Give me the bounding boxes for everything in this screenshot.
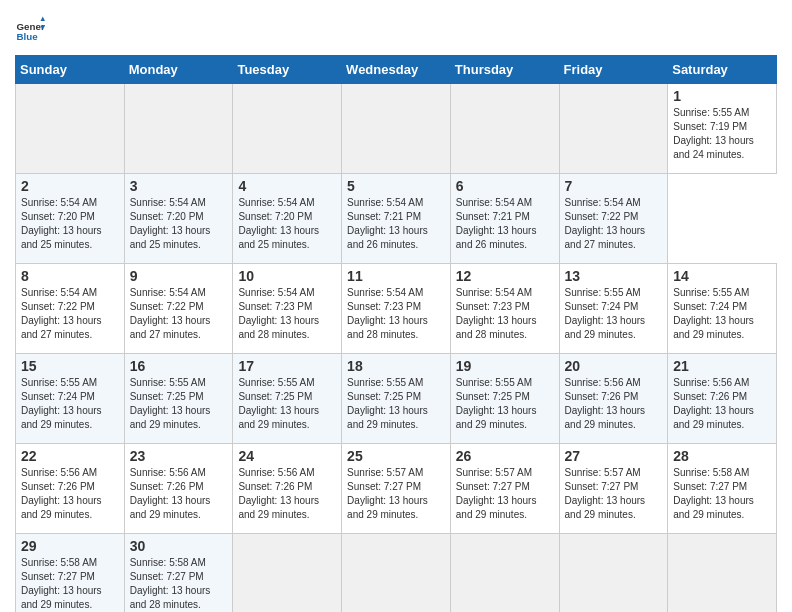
day-info: Sunrise: 5:57 AMSunset: 7:27 PMDaylight:… [565,466,663,522]
calendar-cell [450,534,559,613]
day-number: 17 [238,358,336,374]
calendar-cell: 9Sunrise: 5:54 AMSunset: 7:22 PMDaylight… [124,264,233,354]
day-number: 19 [456,358,554,374]
calendar-cell: 26Sunrise: 5:57 AMSunset: 7:27 PMDayligh… [450,444,559,534]
day-info: Sunrise: 5:55 AMSunset: 7:19 PMDaylight:… [673,106,771,162]
calendar-cell: 3Sunrise: 5:54 AMSunset: 7:20 PMDaylight… [124,174,233,264]
day-number: 16 [130,358,228,374]
weekday-header-sunday: Sunday [16,56,125,84]
calendar-cell [450,84,559,174]
calendar-cell: 21Sunrise: 5:56 AMSunset: 7:26 PMDayligh… [668,354,777,444]
day-info: Sunrise: 5:54 AMSunset: 7:22 PMDaylight:… [565,196,663,252]
day-info: Sunrise: 5:54 AMSunset: 7:21 PMDaylight:… [347,196,445,252]
day-number: 7 [565,178,663,194]
day-number: 11 [347,268,445,284]
day-info: Sunrise: 5:58 AMSunset: 7:27 PMDaylight:… [21,556,119,612]
day-info: Sunrise: 5:55 AMSunset: 7:25 PMDaylight:… [238,376,336,432]
calendar-cell: 1Sunrise: 5:55 AMSunset: 7:19 PMDaylight… [668,84,777,174]
calendar-week-6: 29Sunrise: 5:58 AMSunset: 7:27 PMDayligh… [16,534,777,613]
day-number: 12 [456,268,554,284]
day-number: 29 [21,538,119,554]
day-info: Sunrise: 5:54 AMSunset: 7:20 PMDaylight:… [238,196,336,252]
calendar-cell [559,534,668,613]
weekday-header-saturday: Saturday [668,56,777,84]
calendar-week-2: 2Sunrise: 5:54 AMSunset: 7:20 PMDaylight… [16,174,777,264]
day-info: Sunrise: 5:56 AMSunset: 7:26 PMDaylight:… [21,466,119,522]
weekday-header-wednesday: Wednesday [342,56,451,84]
day-number: 4 [238,178,336,194]
day-info: Sunrise: 5:56 AMSunset: 7:26 PMDaylight:… [130,466,228,522]
calendar-cell: 29Sunrise: 5:58 AMSunset: 7:27 PMDayligh… [16,534,125,613]
day-info: Sunrise: 5:57 AMSunset: 7:27 PMDaylight:… [347,466,445,522]
calendar-cell: 30Sunrise: 5:58 AMSunset: 7:27 PMDayligh… [124,534,233,613]
day-number: 27 [565,448,663,464]
calendar-cell [668,534,777,613]
day-number: 21 [673,358,771,374]
day-info: Sunrise: 5:58 AMSunset: 7:27 PMDaylight:… [673,466,771,522]
day-number: 28 [673,448,771,464]
header-row: SundayMondayTuesdayWednesdayThursdayFrid… [16,56,777,84]
day-number: 18 [347,358,445,374]
calendar-header: SundayMondayTuesdayWednesdayThursdayFrid… [16,56,777,84]
day-number: 3 [130,178,228,194]
day-number: 1 [673,88,771,104]
svg-text:Blue: Blue [17,31,39,42]
calendar-body: 1Sunrise: 5:55 AMSunset: 7:19 PMDaylight… [16,84,777,613]
day-number: 26 [456,448,554,464]
calendar-cell [16,84,125,174]
day-number: 20 [565,358,663,374]
calendar-cell: 28Sunrise: 5:58 AMSunset: 7:27 PMDayligh… [668,444,777,534]
calendar-cell: 5Sunrise: 5:54 AMSunset: 7:21 PMDaylight… [342,174,451,264]
day-info: Sunrise: 5:55 AMSunset: 7:25 PMDaylight:… [456,376,554,432]
calendar-cell: 15Sunrise: 5:55 AMSunset: 7:24 PMDayligh… [16,354,125,444]
day-info: Sunrise: 5:55 AMSunset: 7:24 PMDaylight:… [21,376,119,432]
weekday-header-friday: Friday [559,56,668,84]
day-info: Sunrise: 5:54 AMSunset: 7:22 PMDaylight:… [130,286,228,342]
calendar-cell: 27Sunrise: 5:57 AMSunset: 7:27 PMDayligh… [559,444,668,534]
calendar-cell: 17Sunrise: 5:55 AMSunset: 7:25 PMDayligh… [233,354,342,444]
calendar-week-3: 8Sunrise: 5:54 AMSunset: 7:22 PMDaylight… [16,264,777,354]
day-number: 14 [673,268,771,284]
day-number: 5 [347,178,445,194]
day-info: Sunrise: 5:55 AMSunset: 7:25 PMDaylight:… [130,376,228,432]
calendar-cell: 18Sunrise: 5:55 AMSunset: 7:25 PMDayligh… [342,354,451,444]
weekday-header-tuesday: Tuesday [233,56,342,84]
day-number: 10 [238,268,336,284]
day-info: Sunrise: 5:54 AMSunset: 7:23 PMDaylight:… [347,286,445,342]
calendar-cell: 2Sunrise: 5:54 AMSunset: 7:20 PMDaylight… [16,174,125,264]
calendar-cell: 25Sunrise: 5:57 AMSunset: 7:27 PMDayligh… [342,444,451,534]
calendar-cell [342,84,451,174]
day-number: 22 [21,448,119,464]
logo: General Blue [15,15,45,45]
day-info: Sunrise: 5:57 AMSunset: 7:27 PMDaylight:… [456,466,554,522]
day-info: Sunrise: 5:54 AMSunset: 7:20 PMDaylight:… [130,196,228,252]
day-number: 15 [21,358,119,374]
calendar-cell: 22Sunrise: 5:56 AMSunset: 7:26 PMDayligh… [16,444,125,534]
calendar-cell: 12Sunrise: 5:54 AMSunset: 7:23 PMDayligh… [450,264,559,354]
calendar-cell [342,534,451,613]
weekday-header-monday: Monday [124,56,233,84]
day-number: 30 [130,538,228,554]
svg-marker-2 [41,17,46,22]
calendar-cell: 6Sunrise: 5:54 AMSunset: 7:21 PMDaylight… [450,174,559,264]
calendar-cell [233,84,342,174]
day-info: Sunrise: 5:55 AMSunset: 7:24 PMDaylight:… [673,286,771,342]
logo-icon: General Blue [15,15,45,45]
calendar-week-4: 15Sunrise: 5:55 AMSunset: 7:24 PMDayligh… [16,354,777,444]
day-number: 9 [130,268,228,284]
calendar-table: SundayMondayTuesdayWednesdayThursdayFrid… [15,55,777,612]
calendar-cell [124,84,233,174]
calendar-week-1: 1Sunrise: 5:55 AMSunset: 7:19 PMDaylight… [16,84,777,174]
day-info: Sunrise: 5:58 AMSunset: 7:27 PMDaylight:… [130,556,228,612]
day-info: Sunrise: 5:55 AMSunset: 7:25 PMDaylight:… [347,376,445,432]
day-number: 13 [565,268,663,284]
day-number: 8 [21,268,119,284]
day-info: Sunrise: 5:54 AMSunset: 7:23 PMDaylight:… [456,286,554,342]
day-info: Sunrise: 5:54 AMSunset: 7:20 PMDaylight:… [21,196,119,252]
day-info: Sunrise: 5:54 AMSunset: 7:23 PMDaylight:… [238,286,336,342]
weekday-header-thursday: Thursday [450,56,559,84]
calendar-cell [559,84,668,174]
calendar-cell: 24Sunrise: 5:56 AMSunset: 7:26 PMDayligh… [233,444,342,534]
day-info: Sunrise: 5:56 AMSunset: 7:26 PMDaylight:… [238,466,336,522]
calendar-week-5: 22Sunrise: 5:56 AMSunset: 7:26 PMDayligh… [16,444,777,534]
